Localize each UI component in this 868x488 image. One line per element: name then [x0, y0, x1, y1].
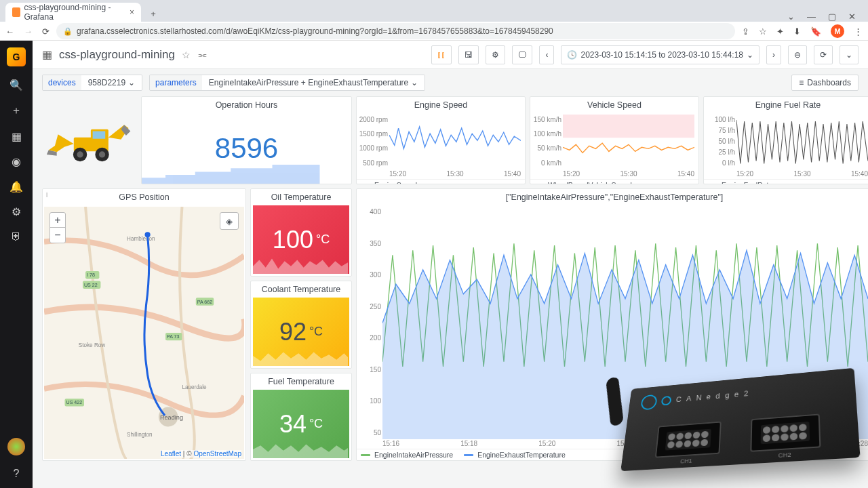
x-axis: 15:2015:3015:40	[736, 170, 868, 178]
panel-title: Engine Fuel Rate	[704, 97, 868, 113]
browser-chrome: css-playground-mining - Grafana × + ⌄ — …	[0, 0, 868, 41]
info-icon[interactable]: i	[46, 191, 47, 199]
clock-icon: 🕓	[567, 50, 577, 60]
url-text: grafana.csselectronics.stellarhosted.com…	[77, 26, 553, 36]
map-container[interactable]: Reading Hambledon Stoke Row Lauerdale Sh…	[44, 207, 244, 459]
coolant-temperature-panel[interactable]: Coolant Temperature 92°C	[250, 281, 352, 369]
coolant-temp-value: 92	[279, 318, 307, 346]
map-attribution: Leaflet | © OpenStreetMap	[161, 450, 241, 458]
devices-var-label[interactable]: devices	[43, 75, 81, 90]
share-icon[interactable]: ⇪	[742, 26, 749, 37]
time-range-text: 2023-03-10 15:14:15 to 2023-03-10 15:44:…	[580, 50, 743, 60]
svg-point-25	[145, 232, 151, 237]
svg-text:I 78: I 78	[87, 272, 95, 278]
dashboard-settings-button[interactable]: ⚙	[486, 45, 505, 64]
parameters-var-value[interactable]: EngineIntakeAirPressure + EngineExhaustT…	[202, 75, 425, 90]
x-axis: 15:2015:3015:40	[389, 170, 521, 178]
grafana-sidebar: G 🔍 ＋ ▦ ◉ 🔔 ⚙ ⛨ ?	[0, 41, 33, 488]
legend-label: WheelBasedVehicleSpeed	[548, 181, 632, 184]
plus-icon[interactable]: ＋	[11, 104, 22, 118]
user-avatar[interactable]	[7, 438, 25, 455]
svg-point-4	[77, 151, 83, 157]
panel-title: Engine Speed	[357, 97, 525, 113]
refresh-interval-button[interactable]: ⌄	[840, 45, 859, 64]
back-icon[interactable]: ←	[5, 26, 14, 37]
panel-title: Vehicle Speed	[530, 97, 698, 113]
panel-title: ["EngineIntakeAirPressure","EngineExhaus…	[357, 189, 868, 205]
profile-avatar[interactable]: M	[831, 24, 844, 38]
operation-hours-panel[interactable]: Operation Hours 8596	[141, 96, 352, 184]
panel-title: Fuel Temperature	[251, 373, 351, 390]
svg-text:PA 662: PA 662	[197, 300, 212, 305]
chevron-down-icon: ⌄	[411, 78, 418, 87]
zoom-out-button[interactable]: −	[50, 228, 65, 243]
bookmark-icon[interactable]: 🔖	[810, 26, 821, 37]
new-tab-button[interactable]: +	[145, 5, 161, 22]
save-dashboard-button[interactable]: 🖫	[458, 45, 479, 64]
svg-text:Shillington: Shillington	[127, 432, 153, 438]
search-icon[interactable]: 🔍	[9, 79, 23, 92]
fuel-rate-panel[interactable]: Engine Fuel Rate 100 l/h75 l/h50 l/h25 l…	[703, 96, 868, 184]
zoom-out-button[interactable]: ⊖	[788, 45, 807, 64]
dashboards-link-button[interactable]: ≡Dashboards	[791, 75, 859, 91]
explore-icon[interactable]: ◉	[12, 155, 21, 168]
port-ch1	[654, 422, 721, 458]
grafana-favicon	[12, 7, 20, 17]
dashboards-icon[interactable]: ▦	[12, 130, 22, 143]
kebab-menu-icon[interactable]: ⋮	[854, 26, 863, 37]
chevron-down-icon[interactable]: ⌄	[787, 12, 795, 22]
alerting-icon[interactable]: 🔔	[9, 180, 23, 193]
y-axis: 40035030025020015010050	[358, 208, 381, 436]
map-layers-button[interactable]: ◈	[220, 212, 239, 230]
configuration-icon[interactable]: ⚙	[12, 205, 21, 218]
oil-temperature-panel[interactable]: Oil Temperature 100°C	[250, 188, 352, 277]
grafana-logo[interactable]: G	[7, 47, 26, 66]
panel-title: Oil Temperature	[251, 189, 351, 205]
svg-text:US 22: US 22	[84, 283, 98, 288]
extensions-icon[interactable]: ✦	[776, 26, 784, 37]
excavator-icon	[45, 115, 134, 166]
minimize-icon[interactable]: —	[807, 12, 816, 22]
address-bar[interactable]: 🔒 grafana.csselectronics.stellarhosted.c…	[56, 23, 735, 39]
monitor-icon: 🖵	[518, 50, 526, 60]
window-controls: ⌄ — ▢ ✕	[781, 12, 863, 22]
leaflet-link[interactable]: Leaflet	[161, 450, 181, 458]
gps-position-panel[interactable]: i GPS Position Reading Hambledon Stoke R…	[42, 188, 246, 461]
svg-point-6	[99, 151, 105, 157]
svg-rect-7	[563, 115, 694, 138]
devices-var-value[interactable]: 958D2219 ⌄	[81, 75, 142, 90]
fuel-temp-value: 34	[279, 410, 307, 439]
shield-icon[interactable]: ⛨	[11, 230, 22, 243]
time-forward-button[interactable]: ›	[766, 45, 781, 64]
svg-text:US 422: US 422	[66, 400, 83, 405]
forward-icon[interactable]: →	[24, 26, 33, 37]
share-dashboard-icon[interactable]: ⫘	[197, 49, 207, 60]
engine-speed-panel[interactable]: Engine Speed 2000 rpm1500 rpm1000 rpm500…	[356, 96, 526, 184]
add-panel-button[interactable]: ⫿⫿	[431, 45, 452, 64]
close-window-icon[interactable]: ✕	[848, 12, 856, 22]
device-brand: CANedge2	[675, 389, 753, 404]
osm-link[interactable]: OpenStreetMap	[193, 450, 241, 458]
browser-tab[interactable]: css-playground-mining - Grafana ×	[5, 3, 141, 22]
refresh-button[interactable]: ⟳	[814, 45, 833, 64]
favorite-star-icon[interactable]: ☆	[182, 49, 191, 60]
reload-icon[interactable]: ⟳	[42, 26, 50, 37]
dashboard-topbar: ▦ css-playground-mining ☆ ⫘ ⫿⫿ 🖫 ⚙ 🖵 ‹ 🕓…	[33, 41, 868, 69]
tv-mode-button[interactable]: 🖵	[512, 45, 532, 64]
time-range-picker[interactable]: 🕓 2023-03-10 15:14:15 to 2023-03-10 15:4…	[561, 45, 760, 64]
vehicle-speed-panel[interactable]: Vehicle Speed 150 km/h100 km/h50 km/h0 k…	[530, 96, 699, 184]
parameters-var-label[interactable]: parameters	[150, 75, 202, 90]
list-icon: ≡	[799, 78, 804, 87]
close-tab-icon[interactable]: ×	[130, 7, 134, 17]
dashboard-title: css-playground-mining	[59, 48, 175, 62]
maximize-icon[interactable]: ▢	[828, 12, 836, 22]
help-icon[interactable]: ?	[14, 468, 20, 480]
star-icon[interactable]: ☆	[759, 26, 767, 37]
download-icon[interactable]: ⬇	[793, 26, 801, 37]
zoom-in-button[interactable]: +	[50, 213, 65, 228]
fuel-temperature-panel[interactable]: Fuel Temperature 34°C	[250, 373, 352, 461]
time-back-button[interactable]: ‹	[539, 45, 554, 64]
tab-title: css-playground-mining - Grafana	[24, 3, 121, 22]
panel-grid-icon[interactable]: ▦	[42, 48, 52, 61]
y-axis: 2000 rpm1500 rpm1000 rpm500 rpm	[358, 116, 388, 167]
